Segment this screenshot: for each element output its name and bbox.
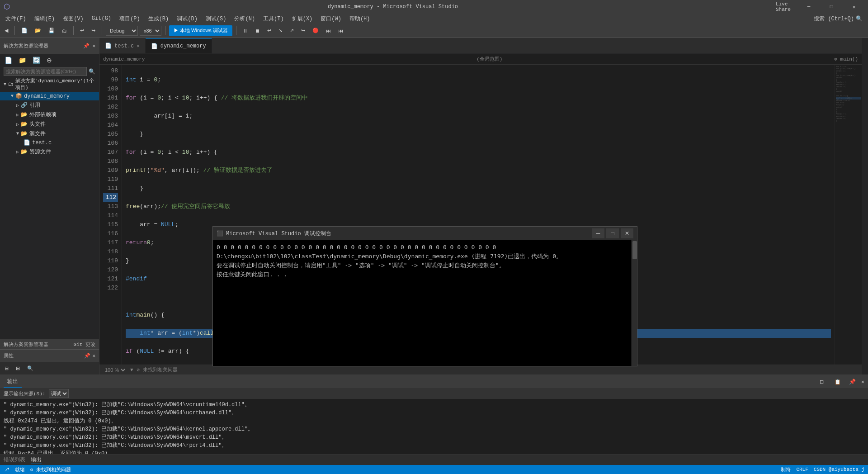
sidebar-git-label: 解决方案资源管理器 (4, 341, 48, 348)
debug-config-select[interactable]: Debug Release (106, 26, 138, 36)
props-btn1[interactable]: ⊟ (2, 363, 11, 374)
menu-build[interactable]: 生成(B) (145, 14, 173, 24)
toolbar-btn3[interactable]: ↩ (264, 25, 274, 36)
console-scrollbar[interactable] (632, 240, 637, 366)
references-icon: 🔗 (21, 102, 28, 109)
tab-testc-icon: 📄 (105, 43, 112, 49)
sidebar-new-folder-btn[interactable]: 📁 (16, 55, 29, 66)
footer-tab-errors[interactable]: 错误列表 (4, 456, 25, 464)
toolbar-btn8[interactable]: ⏭ (323, 25, 334, 36)
toolbar-btn5[interactable]: ↗ (287, 25, 297, 36)
show-source-select[interactable]: 调试 (49, 389, 69, 398)
sidebar-tree: ▼ 🗂 解决方案'dynamic_memory'(1个项目) ▼ 📦 dynam… (0, 76, 99, 339)
properties-pin-icon[interactable]: 📌 (84, 353, 90, 359)
menu-tools[interactable]: 工具(T) (259, 14, 288, 24)
tab-testc-close[interactable]: ✕ (137, 43, 140, 49)
title-bar-title: dynamic_memory - Microsoft Visual Studio (10, 4, 776, 10)
tab-dynamic-memory[interactable]: 📄 dynamic_memory (146, 38, 212, 53)
properties-toolbar: ⊟ ⊞ 🔍 (0, 362, 99, 374)
output-tab-output[interactable]: 输出 (4, 376, 22, 388)
console-maximize-btn[interactable]: □ (606, 228, 619, 238)
close-button[interactable]: ✕ (844, 0, 864, 14)
menu-file[interactable]: 文件(F) (2, 14, 30, 24)
tree-references[interactable]: ▷ 🔗 引用 (0, 100, 99, 110)
toolbar-redo[interactable]: ↪ (89, 25, 98, 36)
menu-debug[interactable]: 调试(D) (173, 14, 201, 24)
toolbar-new[interactable]: 📄 (19, 25, 30, 36)
maximize-button[interactable]: □ (821, 0, 842, 14)
menu-edit[interactable]: 编辑(E) (31, 14, 59, 24)
tab-dm-icon: 📄 (151, 43, 158, 50)
sidebar-new-file-btn[interactable]: 📄 (2, 55, 15, 66)
output-filter-btn[interactable]: ⊟ (817, 376, 826, 387)
run-button[interactable]: ▶ 本地 Windows 调试器 (169, 25, 232, 36)
menu-test[interactable]: 测试(S) (202, 14, 230, 24)
menu-git[interactable]: Git(G) (88, 14, 115, 23)
live-share-button[interactable]: Live Share (776, 0, 797, 14)
search-box[interactable]: 搜索 (Ctrl+Q) 🔍 (810, 14, 866, 24)
status-right: 制符 CRLF CSDN @aiyubaota_j (781, 466, 864, 473)
status-left: ⎇ 就绪 ⊘ 未找到相关问题 (4, 466, 71, 473)
sidebar-close-icon[interactable]: ✕ (92, 43, 95, 49)
console-line-4: 按任意键关闭此窗口. . . (217, 270, 633, 279)
toolbar-btn2[interactable]: ⏹ (252, 25, 263, 36)
sidebar-header: 解决方案资源管理器 📌 ✕ (0, 38, 99, 54)
toolbar-undo[interactable]: ↩ (77, 25, 87, 36)
output-panel-pin[interactable]: 📌 (849, 379, 856, 385)
tree-resource-files[interactable]: ▷ 📂 资源文件 (0, 147, 99, 156)
tree-header-files[interactable]: ▷ 📂 头文件 (0, 119, 99, 129)
file-function: ⊕ main() (834, 56, 858, 62)
zoom-select[interactable]: 100 % (103, 367, 127, 373)
tree-solution[interactable]: ▼ 🗂 解决方案'dynamic_memory'(1个项目) (0, 76, 99, 92)
output-panel-close[interactable]: ✕ (861, 379, 864, 385)
toolbar-btn4[interactable]: ↘ (276, 25, 285, 36)
tree-arrow-hdr: ▷ (16, 122, 19, 127)
tree-project[interactable]: ▼ 📦 dynamic_memory (0, 92, 99, 100)
menu-window[interactable]: 窗口(W) (317, 14, 345, 24)
tree-testc[interactable]: 📄 test.c (0, 138, 99, 147)
tree-external-deps[interactable]: ▷ 📂 外部依赖项 (0, 110, 99, 119)
toolbar-btn9[interactable]: ⏮ (335, 25, 346, 36)
sidebar-search-input[interactable] (4, 67, 87, 76)
sidebar-pin-icon[interactable]: 📌 (83, 43, 90, 49)
menu-help[interactable]: 帮助(H) (346, 14, 374, 24)
output-panel-header: 输出 ⊟ 📋 📌 ✕ (0, 375, 868, 388)
footer-tab-output[interactable]: 输出 (31, 456, 42, 464)
sidebar-refresh-btn[interactable]: 🔄 (30, 55, 43, 66)
right-scroll[interactable] (862, 38, 868, 374)
menu-analyze[interactable]: 分析(N) (231, 14, 259, 24)
source-folder-icon: 📂 (21, 130, 28, 137)
sidebar-git-change[interactable]: Git 更改 (74, 341, 95, 348)
output-line-7: 线程 0xc64 已退出, 返回值为 0 (0x0)。 (4, 450, 864, 454)
console-close-btn[interactable]: ✕ (621, 228, 633, 238)
tree-source-files[interactable]: ▼ 📂 源文件 (0, 129, 99, 138)
status-git-icon: ⎇ (4, 467, 9, 473)
toolbar-btn7[interactable]: 🔴 (310, 25, 321, 36)
sidebar-header-icons: 📌 ✕ (83, 43, 95, 49)
tab-testc[interactable]: 📄 test.c ✕ (99, 38, 146, 53)
console-minimize-btn[interactable]: ─ (592, 228, 604, 238)
toolbar-open[interactable]: 📂 (32, 25, 44, 36)
menu-view[interactable]: 视图(V) (59, 14, 87, 24)
sidebar-collapse-btn[interactable]: ⊖ (44, 55, 55, 66)
toolbar-save-all[interactable]: 🗂 (59, 25, 70, 36)
props-btn3[interactable]: 🔍 (24, 363, 36, 374)
console-content: 0 0 0 0 0 0 0 0 0 0 0 0 0 0 0 0 0 0 0 0 … (213, 240, 637, 366)
minimize-button[interactable]: ─ (798, 0, 819, 14)
output-panel: 输出 ⊟ 📋 📌 ✕ 显示输出来源(S): 调试 " dynamic_memor… (0, 374, 868, 465)
toolbar-back[interactable]: ◀ (2, 25, 11, 36)
arch-select[interactable]: x86 x64 (140, 26, 161, 36)
zoom-down-btn[interactable]: ▼ (130, 367, 133, 373)
console-scrollbar-thumb[interactable] (632, 241, 637, 259)
menu-extensions[interactable]: 扩展(X) (288, 14, 316, 24)
toolbar: ◀ 📄 📂 💾 🗂 ↩ ↪ Debug Release x86 x64 ▶ 本地… (0, 24, 868, 38)
properties-close-icon[interactable]: ✕ (92, 353, 95, 359)
toolbar-btn6[interactable]: ↪ (298, 25, 308, 36)
toolbar-save[interactable]: 💾 (46, 25, 57, 36)
toolbar-btn1[interactable]: ⏸ (240, 25, 250, 36)
output-line-6: " dynamic_memory.exe"(Win32): 已加载"C:\Win… (4, 441, 864, 450)
sidebar-search-btn[interactable]: 🔍 (89, 68, 95, 75)
props-btn2[interactable]: ⊞ (13, 363, 23, 374)
output-copy-btn[interactable]: 📋 (832, 376, 844, 387)
menu-project[interactable]: 项目(P) (116, 14, 144, 24)
